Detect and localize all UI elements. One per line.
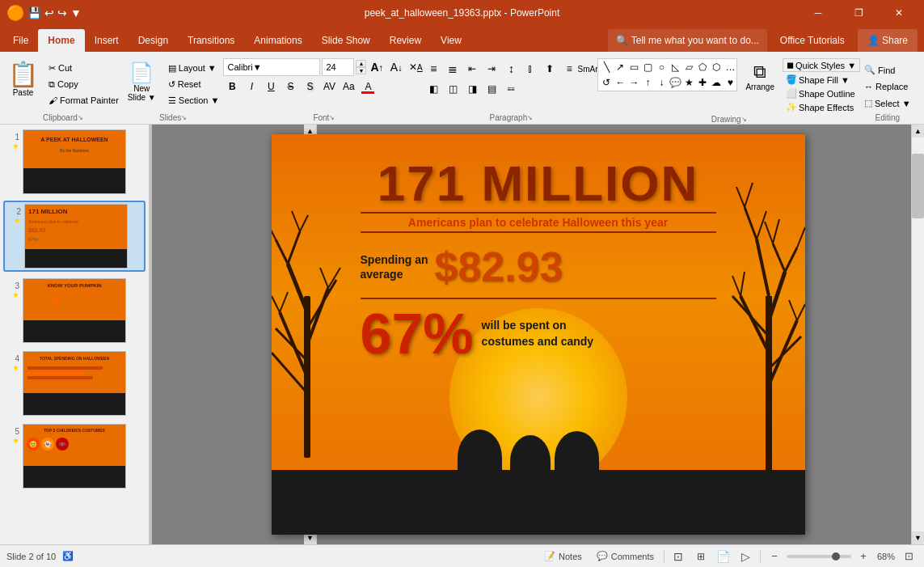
slide-5-thumbnail[interactable]: TOP 5 CHILDREN'S COSTUMES 😊 👻 🦇	[23, 424, 126, 489]
bold-button[interactable]: B	[223, 78, 241, 95]
tab-slideshow[interactable]: Slide Show	[312, 29, 380, 52]
decrease-font-size-button[interactable]: A↓	[387, 58, 405, 76]
increase-indent-button[interactable]: ⇥	[483, 60, 500, 78]
justify-button[interactable]: ▤	[483, 80, 500, 98]
replace-button[interactable]: ↔ Replace	[860, 80, 915, 93]
decrease-indent-button[interactable]: ⇤	[463, 60, 481, 78]
line-shape[interactable]: ╲	[599, 60, 614, 74]
tab-file[interactable]: File	[3, 29, 38, 52]
clear-formatting-button[interactable]: ✕A	[407, 58, 424, 76]
section-button[interactable]: ☰ Section ▼	[164, 94, 224, 108]
parallelogram-shape[interactable]: ▱	[681, 60, 696, 74]
reading-view-button[interactable]: 📄	[715, 548, 732, 565]
undo-icon[interactable]: ↩	[44, 6, 54, 19]
right-arrow-shape[interactable]: →	[627, 75, 641, 90]
slide-thumb-3[interactable]: 3 ★ KNOW YOUR PUMPKIN 7	[3, 277, 146, 345]
reset-button[interactable]: ↺ Reset	[164, 78, 224, 91]
text-shadow-button[interactable]: S	[301, 78, 319, 95]
tab-design[interactable]: Design	[129, 29, 178, 52]
tab-share[interactable]: 👤 Share	[858, 29, 918, 52]
font-name-dropdown[interactable]: Calibri ▼	[223, 58, 320, 76]
copy-button[interactable]: ⧉ Copy	[44, 78, 123, 91]
zoom-in-button[interactable]: +	[854, 548, 872, 565]
fit-slide-button[interactable]: ⊡	[900, 548, 918, 565]
normal-view-button[interactable]: ⊡	[669, 548, 687, 565]
save-icon[interactable]: 💾	[27, 6, 41, 19]
circle-shape[interactable]: ○	[654, 60, 669, 74]
new-slide-button[interactable]: 📄 New Slide ▼	[123, 58, 161, 105]
tab-transitions[interactable]: Transitions	[178, 29, 244, 52]
increase-font-size-button[interactable]: A↑	[368, 58, 386, 76]
cloud-shape[interactable]: ☁	[709, 75, 724, 90]
line-spacing-button[interactable]: ↕	[502, 60, 520, 78]
smartart-button[interactable]: SmArt	[580, 60, 597, 78]
tab-home[interactable]: Home	[38, 29, 84, 52]
select-button[interactable]: ⬚ Select ▼	[860, 96, 915, 110]
format-painter-button[interactable]: 🖌 Format Painter	[44, 94, 123, 107]
main-scroll-down-button[interactable]: ▼	[912, 531, 924, 544]
star-shape[interactable]: ★	[681, 75, 696, 90]
align-text-button[interactable]: ≡	[560, 60, 578, 78]
slide-canvas-area[interactable]: ▲ ▼	[152, 125, 924, 544]
cut-button[interactable]: ✂ Cut	[44, 61, 123, 75]
shape-outline-button[interactable]: ⬜ Shape Outline	[783, 87, 860, 99]
zoom-slider-track[interactable]	[787, 555, 851, 558]
align-right-button[interactable]: ◨	[463, 80, 481, 98]
pentagon-shape[interactable]: ⬠	[695, 60, 710, 74]
arrow-shape[interactable]: ↗	[613, 60, 627, 74]
tab-insert[interactable]: Insert	[85, 29, 129, 52]
hexagon-shape[interactable]: ⬡	[709, 60, 724, 74]
slide-2-thumbnail[interactable]: 171 MILLION Americans plan to celebrate …	[24, 204, 128, 269]
tab-office-tutorials[interactable]: Office Tutorials	[770, 29, 854, 52]
main-scroll-up-button[interactable]: ▲	[912, 125, 924, 138]
align-left-button[interactable]: ◧	[424, 80, 442, 98]
paste-button[interactable]: 📋 Paste	[3, 58, 43, 99]
bullets-button[interactable]: ≡	[424, 60, 442, 78]
tab-view[interactable]: View	[431, 29, 471, 52]
restore-button[interactable]: ❐	[840, 0, 877, 26]
minimize-button[interactable]: ─	[800, 0, 837, 26]
columns-button[interactable]: ⫿	[521, 60, 539, 78]
layout-button[interactable]: ▤ Layout ▼	[164, 61, 224, 75]
zoom-out-button[interactable]: −	[766, 548, 783, 565]
notes-button[interactable]: 📝 Notes	[539, 549, 587, 563]
strikethrough-button[interactable]: S	[281, 78, 299, 95]
rounded-rect-shape[interactable]: ▢	[640, 60, 655, 74]
customize-qat-icon[interactable]: ▼	[70, 6, 82, 19]
slide-4-thumbnail[interactable]: TOTAL SPENDING ON HALLOWEEN	[23, 351, 126, 416]
close-button[interactable]: ✕	[880, 0, 918, 26]
redo-icon[interactable]: ↪	[57, 6, 67, 19]
down-arrow-shape[interactable]: ↓	[654, 75, 669, 90]
up-arrow-shape[interactable]: ↑	[640, 75, 655, 90]
find-button[interactable]: 🔍 Find	[860, 63, 915, 77]
cross-shape[interactable]: ✚	[695, 75, 710, 90]
character-spacing-button[interactable]: AV	[320, 78, 338, 95]
slide-1-thumbnail[interactable]: A PEEK AT HALLOWEEN By the Numbers	[23, 129, 126, 194]
slideshow-button[interactable]: ▷	[737, 548, 755, 565]
main-vertical-scrollbar[interactable]: ▲ ▼	[911, 125, 924, 544]
right-tri-shape[interactable]: ◺	[668, 60, 682, 74]
slide-thumbnails-scroll[interactable]: 1 ★ A PEEK AT HALLOWEEN By the Numbers 2…	[0, 125, 149, 544]
slide-thumb-1[interactable]: 1 ★ A PEEK AT HALLOWEEN By the Numbers	[3, 128, 146, 196]
main-scroll-thumb[interactable]	[912, 154, 924, 218]
tab-review[interactable]: Review	[380, 29, 431, 52]
slide-thumb-4[interactable]: 4 ★ TOTAL SPENDING ON HALLOWEEN	[3, 349, 146, 417]
slide-thumb-5[interactable]: 5 ★ TOP 5 CHILDREN'S COSTUMES 😊 👻 🦇	[3, 422, 146, 490]
italic-button[interactable]: I	[243, 78, 260, 95]
font-size-decrease-arrow[interactable]: ▼	[356, 67, 366, 74]
slide-canvas[interactable]: 171 MILLION Americans plan to celebrate …	[272, 134, 805, 535]
arrange-button[interactable]: ⧉ Arrange	[740, 58, 779, 113]
text-direction-button[interactable]: ⬆	[541, 60, 559, 78]
tell-me-input[interactable]: 🔍 Tell me what you want to do...	[608, 29, 767, 52]
font-color-button[interactable]: A	[359, 78, 377, 95]
font-size-box[interactable]: 24	[322, 58, 354, 76]
zoom-slider-thumb[interactable]	[832, 552, 840, 561]
curved-arrow-shape[interactable]: ↺	[599, 75, 614, 90]
shape-effects-button[interactable]: ✨ Shape Effects	[783, 101, 860, 113]
font-size-increase-arrow[interactable]: ▲	[356, 60, 366, 67]
align-justify-button[interactable]: ≡≡	[502, 80, 520, 98]
tab-animations[interactable]: Animations	[244, 29, 311, 52]
change-case-button[interactable]: Aa	[340, 78, 357, 95]
quick-styles-button[interactable]: ◼ Quick Styles ▼	[783, 58, 860, 72]
underline-button[interactable]: U	[262, 78, 280, 95]
